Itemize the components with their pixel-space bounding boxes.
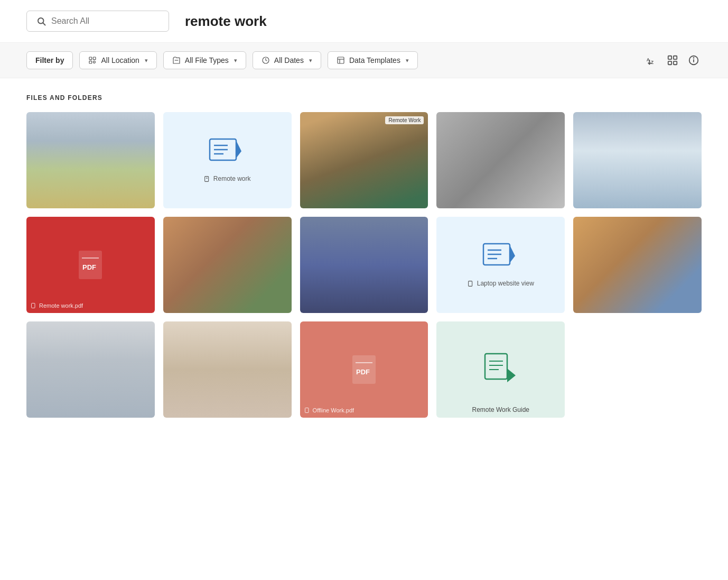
list-item[interactable]: PDF Remote work.pdf <box>26 217 155 313</box>
svg-rect-40 <box>305 408 309 413</box>
list-item[interactable]: Laptop website view <box>436 217 565 313</box>
svg-marker-35 <box>510 245 515 263</box>
search-input[interactable] <box>51 16 159 26</box>
info-button[interactable] <box>686 52 702 68</box>
list-item[interactable] <box>300 217 428 313</box>
svg-rect-30 <box>32 303 35 308</box>
svg-rect-13 <box>668 56 671 59</box>
card-filename: Remote Work Guide <box>472 406 530 413</box>
templates-chevron: ▾ <box>406 57 409 64</box>
list-item[interactable]: Remote work <box>163 112 292 208</box>
card-tag: Remote Work <box>385 116 424 124</box>
svg-rect-4 <box>89 61 92 63</box>
file-types-filter[interactable]: All File Types ▾ <box>163 51 246 69</box>
dates-chevron: ▾ <box>309 57 312 64</box>
pdf-icon: PDF <box>78 250 103 280</box>
info-icon <box>688 54 699 66</box>
svg-point-19 <box>694 58 694 58</box>
filetypes-chevron: ▾ <box>234 57 237 64</box>
svg-marker-45 <box>507 369 516 382</box>
card-label-text: Remote Work Guide <box>472 406 530 413</box>
card-label-text: Laptop website view <box>477 280 534 287</box>
card-label-text: Remote work.pdf <box>39 302 83 309</box>
svg-rect-25 <box>204 176 208 181</box>
main-content: FILES AND FOLDERS Remote wor <box>0 78 728 434</box>
dates-filter[interactable]: All Dates ▾ <box>253 51 321 69</box>
card-filename: Laptop website view <box>468 280 534 287</box>
template-icon <box>209 138 246 170</box>
location-icon <box>88 56 97 65</box>
svg-text:PDF: PDF <box>82 263 96 271</box>
svg-marker-24 <box>236 141 241 158</box>
list-item[interactable] <box>573 112 702 208</box>
list-item[interactable] <box>573 217 702 313</box>
file-icon <box>468 280 474 287</box>
list-item[interactable]: PDF Offline Work.pdf <box>300 321 428 418</box>
svg-rect-16 <box>674 61 677 65</box>
location-chevron: ▾ <box>145 57 148 64</box>
templates-label: Data Templates <box>349 56 400 65</box>
card-label-text: Remote work <box>213 175 251 182</box>
file-icon <box>304 407 311 413</box>
location-filter[interactable]: All Location ▾ <box>79 51 156 69</box>
sort-az-button[interactable]: A Z <box>643 52 659 68</box>
list-item[interactable] <box>163 321 292 418</box>
svg-line-1 <box>43 23 45 25</box>
file-icon <box>204 176 211 182</box>
templates-filter[interactable]: Data Templates ▾ <box>328 51 418 69</box>
svg-rect-36 <box>468 281 472 286</box>
card-filename: Remote work <box>204 175 251 182</box>
guide-icon <box>484 353 518 386</box>
svg-rect-7 <box>338 57 344 63</box>
sort-az-icon: A Z <box>646 54 657 66</box>
files-grid: Remote work Remote Work PDF Remote work <box>26 112 702 418</box>
svg-text:PDF: PDF <box>356 368 370 376</box>
location-label: All Location <box>101 56 139 65</box>
file-types-icon <box>172 56 181 65</box>
file-types-label: All File Types <box>185 56 229 65</box>
list-item[interactable] <box>26 112 155 208</box>
svg-rect-14 <box>674 56 677 59</box>
search-box[interactable] <box>26 11 169 32</box>
card-label-text: Offline Work.pdf <box>313 407 354 413</box>
svg-text:Z: Z <box>651 60 654 65</box>
list-item[interactable] <box>436 112 565 208</box>
template-icon <box>482 243 519 274</box>
card-filename: Offline Work.pdf <box>304 407 354 413</box>
svg-rect-2 <box>89 57 92 60</box>
dates-label: All Dates <box>274 56 304 65</box>
pdf-icon: PDF <box>351 354 377 385</box>
templates-icon <box>337 56 345 65</box>
list-item[interactable] <box>163 217 292 313</box>
file-icon <box>31 302 37 309</box>
card-filename: Remote work.pdf <box>31 302 83 309</box>
search-query: remote work <box>185 13 267 30</box>
toolbar-right: A Z <box>643 52 702 68</box>
grid-view-icon <box>667 54 678 66</box>
section-title: FILES AND FOLDERS <box>26 94 702 102</box>
svg-rect-15 <box>668 61 671 65</box>
header: remote work <box>0 0 728 43</box>
svg-rect-3 <box>94 57 96 60</box>
filter-bar: Filter by All Location ▾ All File Types … <box>0 43 728 78</box>
filter-by-label: Filter by <box>26 51 73 69</box>
list-item[interactable]: Remote Work Guide <box>436 321 565 418</box>
list-item[interactable]: Remote Work <box>300 112 428 208</box>
grid-view-button[interactable] <box>665 52 680 68</box>
search-icon <box>36 16 46 26</box>
dates-icon <box>262 56 270 65</box>
svg-rect-41 <box>485 354 507 379</box>
list-item[interactable] <box>26 321 155 418</box>
